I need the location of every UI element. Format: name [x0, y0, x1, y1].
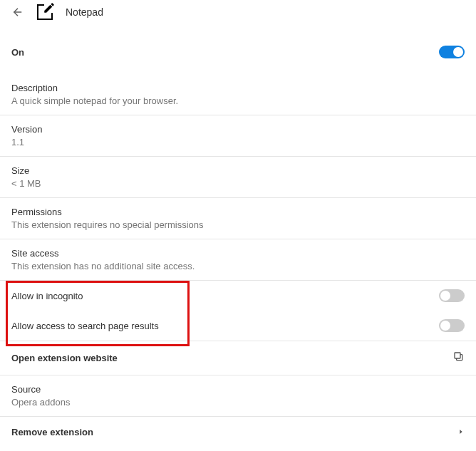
permissions-label: Permissions: [11, 207, 465, 217]
site-access-label: Site access: [11, 248, 465, 259]
back-button[interactable]: [11, 6, 24, 19]
chevron-right-icon: [457, 427, 465, 437]
status-label: On: [11, 47, 24, 58]
description-text: A quick simple notepad for your browser.: [11, 95, 465, 106]
status-row: On: [0, 37, 476, 70]
size-section: Size < 1 MB: [0, 157, 476, 198]
search-access-toggle[interactable]: [439, 319, 465, 332]
incognito-toggle[interactable]: [439, 289, 465, 302]
arrow-left-icon: [11, 6, 24, 19]
permissions-text: This extension requires no special permi…: [11, 219, 465, 230]
site-access-text: This extension has no additional site ac…: [11, 261, 465, 271]
version-section: Version 1.1: [0, 115, 476, 157]
description-section: Description A quick simple notepad for y…: [0, 74, 476, 115]
notepad-icon: [37, 4, 53, 20]
version-label: Version: [11, 124, 465, 135]
open-website-row[interactable]: Open extension website: [0, 341, 476, 375]
search-access-row: Allow access to search page results: [0, 311, 476, 341]
version-value: 1.1: [11, 137, 465, 147]
permissions-section: Permissions This extension requires no s…: [0, 198, 476, 239]
svg-rect-2: [455, 353, 460, 358]
site-access-section: Site access This extension has no additi…: [0, 239, 476, 281]
remove-extension-label: Remove extension: [11, 427, 93, 437]
incognito-row: Allow in incognito: [0, 281, 476, 311]
enable-toggle[interactable]: [439, 46, 465, 58]
source-section: Source Opera addons: [0, 375, 476, 417]
incognito-label: Allow in incognito: [11, 291, 83, 301]
extension-title: Notepad: [66, 6, 103, 18]
size-label: Size: [11, 165, 465, 176]
remove-extension-row[interactable]: Remove extension: [0, 417, 476, 447]
description-label: Description: [11, 83, 465, 93]
search-access-label: Allow access to search page results: [11, 321, 159, 331]
size-value: < 1 MB: [11, 178, 465, 189]
external-link-icon: [453, 351, 465, 365]
source-value: Opera addons: [11, 397, 465, 408]
source-label: Source: [11, 384, 465, 395]
extension-header: Notepad: [0, 0, 476, 24]
open-website-label: Open extension website: [11, 353, 118, 363]
